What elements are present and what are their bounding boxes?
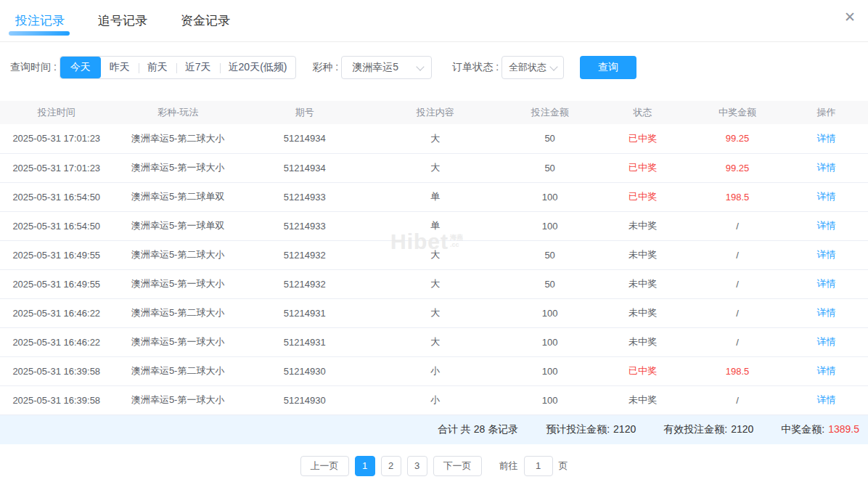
status-text: 未中奖 [595,385,689,415]
bet-amount: 100 [504,327,596,356]
detail-link[interactable]: 详情 [785,356,868,385]
issue-number: 51214931 [243,298,367,327]
time-option-today[interactable]: 今天 [60,57,101,78]
summary-record-count: 合计 共 28 条记录 [438,423,518,436]
tab-chase-records[interactable]: 追号记录 [98,0,147,41]
game-play: 澳洲幸运5-第一球单双 [112,211,242,240]
game-play: 澳洲幸运5-第一球大小 [112,385,242,415]
bet-content: 单 [367,211,504,240]
table-row: 2025-05-31 17:01:23澳洲幸运5-第二球大小51214934大5… [0,124,868,153]
status-text: 未中奖 [595,240,689,269]
bet-content: 单 [367,182,504,211]
detail-link[interactable]: 详情 [785,124,868,153]
chevron-down-icon [417,62,425,70]
table-header-row: 投注时间 彩种-玩法 期号 投注内容 投注金额 状态 中奖金额 操作 [0,101,868,124]
summary-expected-amount: 预计投注金额: 2120 [546,423,636,436]
detail-link[interactable]: 详情 [785,153,868,182]
issue-number: 51214930 [243,385,367,415]
table-row: 2025-05-31 17:01:23澳洲幸运5-第一球大小51214934大5… [0,153,868,182]
game-play: 澳洲幸运5-第二球大小 [112,240,242,269]
issue-number: 51214934 [243,153,367,182]
prize-amount: 198.5 [690,182,785,211]
goto-label: 前往 [499,460,518,473]
page-number-2[interactable]: 2 [381,456,401,476]
summary-bar: 合计 共 28 条记录 预计投注金额: 2120 有效投注金额: 2120 中奖… [0,415,868,444]
game-play: 澳洲幸运5-第二球大小 [112,356,242,385]
summary-prize-amount: 中奖金额: 1389.5 [781,423,859,436]
detail-link[interactable]: 详情 [785,211,868,240]
column-header-action: 操作 [785,101,868,124]
table-row: 2025-05-31 16:54:50澳洲幸运5-第一球单双51214933单1… [0,211,868,240]
table-row: 2025-05-31 16:39:58澳洲幸运5-第一球大小51214930小1… [0,385,868,415]
close-button[interactable]: ✕ [843,9,857,25]
tab-fund-records[interactable]: 资金记录 [181,0,230,41]
table-row: 2025-05-31 16:46:22澳洲幸运5-第一球大小51214931大1… [0,327,868,356]
issue-number: 51214934 [243,124,367,153]
status-text: 已中奖 [595,356,689,385]
bet-time: 2025-05-31 16:49:55 [0,240,112,269]
status-text: 未中奖 [595,211,689,240]
bet-amount: 100 [504,211,596,240]
bet-time: 2025-05-31 16:46:22 [0,298,112,327]
table-row: 2025-05-31 16:39:58澳洲幸运5-第二球大小51214930小1… [0,356,868,385]
bet-time: 2025-05-31 16:49:55 [0,269,112,298]
detail-link[interactable]: 详情 [785,327,868,356]
issue-number: 51214932 [243,240,367,269]
prize-amount: 198.5 [690,356,785,385]
issue-number: 51214931 [243,327,367,356]
issue-number: 51214933 [243,211,367,240]
table-row: 2025-05-31 16:49:55澳洲幸运5-第一球大小51214932大5… [0,269,868,298]
time-option-20days[interactable]: 近20天(低频) [220,57,296,78]
prev-page-button[interactable]: 上一页 [300,456,349,476]
page-number-3[interactable]: 3 [407,456,427,476]
detail-link[interactable]: 详情 [785,385,868,415]
order-status-label: 订单状态 : [452,61,499,74]
page-unit-label: 页 [559,460,568,473]
bet-time: 2025-05-31 17:01:23 [0,153,112,182]
game-play: 澳洲幸运5-第二球大小 [112,124,242,153]
column-header-status: 状态 [595,101,689,124]
bet-time: 2025-05-31 16:46:22 [0,327,112,356]
summary-valid-amount: 有效投注金额: 2120 [663,423,753,436]
prize-amount: 99.25 [690,153,785,182]
bet-content: 小 [367,356,504,385]
search-button[interactable]: 查询 [580,56,636,79]
detail-link[interactable]: 详情 [785,298,868,327]
goto-page-input[interactable] [524,456,553,476]
status-filter-group: 订单状态 : 全部状态 [452,56,564,79]
bet-time: 2025-05-31 16:39:58 [0,356,112,385]
bet-content: 大 [367,153,504,182]
detail-link[interactable]: 详情 [785,240,868,269]
bet-amount: 100 [504,298,596,327]
bet-records-table: 投注时间 彩种-玩法 期号 投注内容 投注金额 状态 中奖金额 操作 2025-… [0,101,868,415]
page-number-1[interactable]: 1 [355,456,375,476]
time-option-7days[interactable]: 近7天 [176,57,220,78]
game-play: 澳洲幸运5-第一球大小 [112,269,242,298]
column-header-prize: 中奖金额 [690,101,785,124]
bet-amount: 50 [504,240,596,269]
time-option-day-before[interactable]: 前天 [139,57,176,78]
status-text: 已中奖 [595,182,689,211]
bet-amount: 50 [504,124,596,153]
lottery-select[interactable]: 澳洲幸运5 [341,56,432,79]
tab-bet-records[interactable]: 投注记录 [15,0,65,41]
prize-amount: / [690,211,785,240]
time-option-yesterday[interactable]: 昨天 [101,57,139,78]
lottery-label: 彩种 : [312,61,338,74]
game-play: 澳洲幸运5-第一球大小 [112,153,242,182]
game-play: 澳洲幸运5-第一球大小 [112,327,242,356]
bet-time: 2025-05-31 16:54:50 [0,182,112,211]
bet-time: 2025-05-31 17:01:23 [0,124,112,153]
detail-link[interactable]: 详情 [785,269,868,298]
prize-amount: / [690,385,785,415]
bet-amount: 50 [504,269,596,298]
game-play: 澳洲幸运5-第二球单双 [112,182,242,211]
close-icon: ✕ [844,9,856,25]
order-status-select[interactable]: 全部状态 [501,56,564,79]
status-text: 未中奖 [595,298,689,327]
lottery-filter-group: 彩种 : 澳洲幸运5 [312,56,432,79]
bet-time: 2025-05-31 16:39:58 [0,385,112,415]
next-page-button[interactable]: 下一页 [433,456,482,476]
column-header-issue: 期号 [243,101,367,124]
detail-link[interactable]: 详情 [785,182,868,211]
